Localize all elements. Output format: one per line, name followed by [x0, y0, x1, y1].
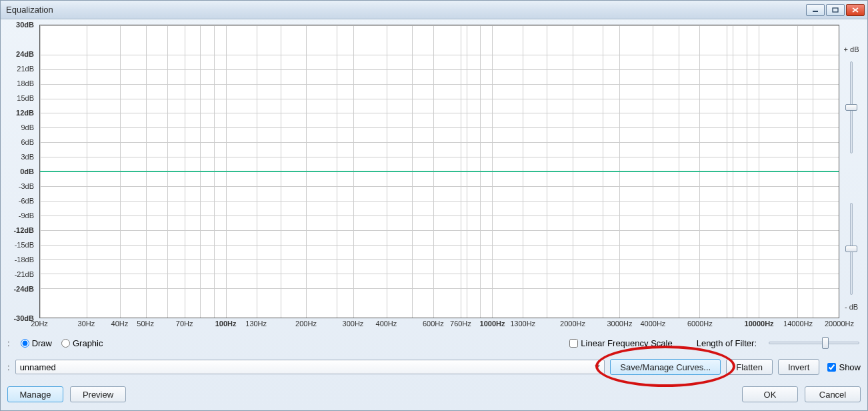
grid-line-h	[40, 216, 839, 216]
y-tick-label: -15dB	[15, 241, 34, 249]
x-tick-label: 130Hz	[245, 320, 267, 328]
maximize-icon	[832, 7, 839, 13]
x-tick-label: 4000Hz	[640, 320, 665, 328]
grid-line-h	[40, 245, 839, 246]
x-axis: 20Hz30Hz40Hz50Hz70Hz100Hz130Hz200Hz300Hz…	[39, 318, 839, 332]
minimize-icon	[812, 7, 819, 13]
grid-line-h	[40, 288, 839, 289]
x-tick-label: 1000Hz	[480, 320, 505, 328]
manage-button[interactable]: Manage	[7, 386, 63, 402]
window-controls	[806, 4, 865, 16]
eq-area: 30dB24dB21dB18dB15dB12dB9dB6dB3dB0dB-3dB…	[7, 25, 861, 332]
grid-line-h	[40, 157, 839, 157]
graph-wrap: 20Hz30Hz40Hz50Hz70Hz100Hz130Hz200Hz300Hz…	[39, 25, 839, 332]
curve-row: : unnamed Save/Manage Curves... Flatten …	[7, 358, 861, 376]
ok-button[interactable]: OK	[742, 386, 798, 402]
y-tick-label: -3dB	[19, 182, 34, 190]
curve-prefix: :	[7, 362, 10, 372]
draw-text: Draw	[32, 338, 52, 348]
bottom-row: Manage Preview OK Cancel	[7, 385, 861, 404]
flatten-button[interactable]: Flatten	[726, 359, 773, 375]
x-tick-label: 50Hz	[137, 320, 154, 328]
content-area: 30dB24dB21dB18dB15dB12dB9dB6dB3dB0dB-3dB…	[1, 19, 867, 410]
invert-button[interactable]: Invert	[778, 359, 820, 375]
graphic-radio[interactable]	[61, 339, 70, 348]
slider-track	[769, 342, 859, 344]
linear-scale-text: Linear Frequency Scale	[581, 338, 672, 348]
y-tick-label: 6dB	[21, 138, 34, 146]
x-tick-label: 6000Hz	[687, 320, 713, 328]
y-tick-label: 24dB	[16, 50, 34, 58]
y-tick-label: 15dB	[17, 94, 34, 102]
equalization-window: Equalization 30dB24dB21dB18dB15dB12dB9dB…	[0, 0, 868, 411]
mode-prefix: :	[7, 338, 10, 348]
minimize-button[interactable]	[806, 4, 825, 16]
linear-scale-label[interactable]: Linear Frequency Scale	[569, 338, 672, 348]
x-tick-label: 3000Hz	[607, 320, 632, 328]
y-tick-label: -21dB	[15, 270, 34, 278]
y-tick-label: -18dB	[15, 256, 34, 264]
x-tick-label: 40Hz	[111, 320, 129, 328]
svg-rect-1	[833, 8, 838, 12]
y-tick-label: -6dB	[19, 197, 34, 205]
draw-radio[interactable]	[21, 339, 29, 348]
gain-minus-slider[interactable]	[846, 199, 857, 299]
graphic-radio-label[interactable]: Graphic	[61, 338, 103, 348]
close-button[interactable]	[846, 4, 865, 16]
preview-button[interactable]: Preview	[70, 386, 126, 402]
close-icon	[852, 7, 859, 13]
grid-line-v	[839, 25, 839, 318]
y-tick-label: -9dB	[19, 212, 34, 220]
y-tick-label: -24dB	[13, 285, 34, 293]
grid-line-h	[40, 25, 839, 26]
side-sliders: + dB - dB	[842, 25, 861, 332]
titlebar: Equalization	[1, 1, 867, 19]
x-tick-label: 300Hz	[343, 320, 364, 328]
minus-db-label: - dB	[845, 303, 858, 311]
grid-line-h	[40, 55, 839, 55]
y-tick-label: 12dB	[16, 109, 34, 117]
svg-rect-0	[813, 11, 818, 12]
grid-line-h	[40, 259, 839, 260]
y-tick-label: 9dB	[21, 123, 34, 131]
x-tick-label: 20Hz	[31, 320, 48, 328]
filter-length-slider[interactable]	[767, 338, 861, 348]
maximize-button[interactable]	[826, 4, 845, 16]
cancel-button[interactable]: Cancel	[805, 386, 861, 402]
y-tick-label: -12dB	[13, 226, 34, 234]
mode-row: : Draw Graphic Linear Frequency Scale Le…	[7, 336, 861, 350]
eq-graph[interactable]	[39, 25, 839, 318]
slider-thumb[interactable]	[845, 104, 857, 111]
zero-db-line	[40, 171, 839, 172]
grid-line-h	[40, 230, 839, 231]
save-manage-curves-button[interactable]: Save/Manage Curves...	[610, 359, 721, 375]
window-title: Equalization	[6, 5, 53, 15]
x-tick-label: 100Hz	[215, 320, 237, 328]
x-tick-label: 70Hz	[176, 320, 193, 328]
grid-line-h	[40, 186, 839, 187]
x-tick-label: 760Hz	[450, 320, 471, 328]
curve-name-combo[interactable]: unnamed	[15, 360, 605, 374]
grid-line-h	[40, 127, 839, 128]
grid-line-h	[40, 201, 839, 201]
slider-thumb[interactable]	[822, 337, 829, 349]
graphic-text: Graphic	[73, 338, 103, 348]
linear-scale-checkbox[interactable]	[569, 339, 578, 348]
y-tick-label: 30dB	[16, 21, 34, 29]
grid-line-h	[40, 274, 839, 274]
draw-radio-label[interactable]: Draw	[21, 338, 52, 348]
x-tick-label: 400Hz	[376, 320, 397, 328]
y-tick-label: 0dB	[20, 167, 34, 175]
gain-plus-slider[interactable]	[846, 57, 857, 157]
show-label[interactable]: Show	[827, 362, 861, 372]
x-tick-label: 14000Hz	[783, 320, 813, 328]
x-tick-label: 20000Hz	[825, 320, 854, 328]
slider-thumb[interactable]	[845, 246, 857, 252]
show-checkbox[interactable]	[827, 363, 836, 372]
grid-line-h	[40, 142, 839, 143]
y-tick-label: 21dB	[17, 65, 34, 73]
y-axis: 30dB24dB21dB18dB15dB12dB9dB6dB3dB0dB-3dB…	[7, 25, 37, 332]
show-text: Show	[839, 362, 861, 372]
mode-radio-group: Draw Graphic	[21, 338, 103, 348]
y-tick-label: 18dB	[17, 79, 34, 87]
